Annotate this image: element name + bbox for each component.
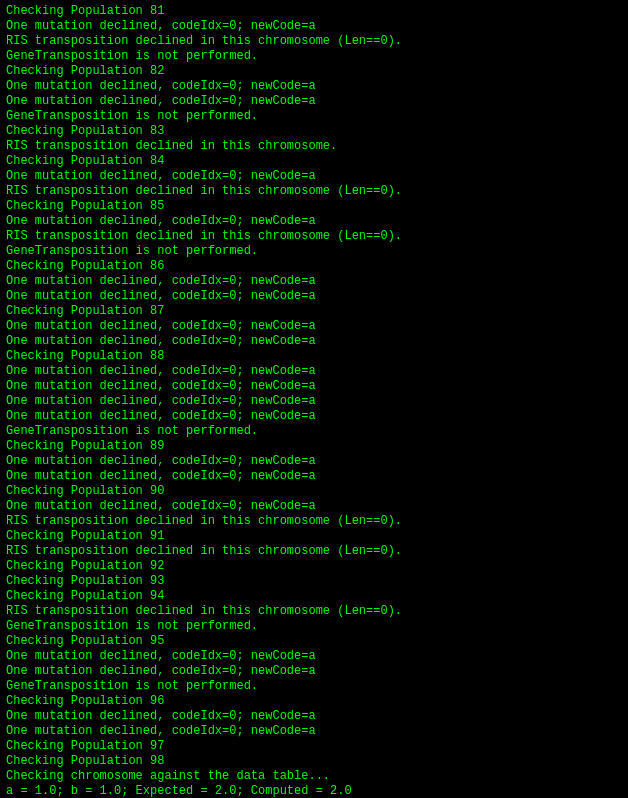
terminal-output: Checking Population 81 One mutation decl… xyxy=(0,0,628,798)
